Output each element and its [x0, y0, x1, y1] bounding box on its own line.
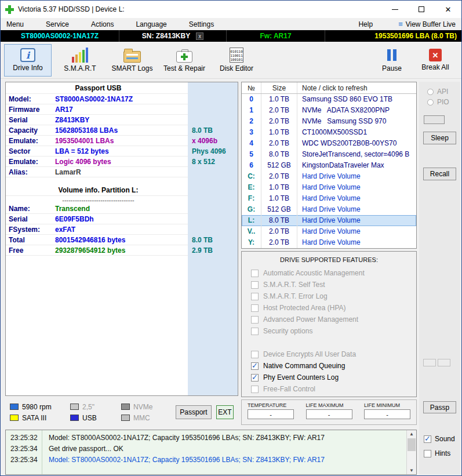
- tab-test-repair[interactable]: Test & Repair: [161, 44, 208, 77]
- header-note[interactable]: Note / click to refresh: [297, 82, 416, 93]
- checkbox-icon[interactable]: ✓: [251, 386, 259, 393]
- drive-row[interactable]: C: 2.0 TB Hard Drive Volume: [242, 171, 416, 182]
- volume-row: FSystem: exFAT: [6, 224, 238, 235]
- feature-checkbox-row[interactable]: ✓ Free-Fall Control: [251, 383, 416, 395]
- checkbox-icon[interactable]: ✓: [251, 362, 259, 370]
- drive-row[interactable]: E: 1.0 TB Hard Drive Volume: [242, 182, 416, 193]
- passport-button[interactable]: Passport: [176, 405, 212, 419]
- drive-row[interactable]: F: 1.0 TB Hard Drive Volume: [242, 193, 416, 204]
- drive-size: 2.0 TB: [261, 226, 297, 237]
- checkbox-icon[interactable]: ✓: [251, 304, 259, 312]
- checkbox-icon[interactable]: ✓: [251, 351, 259, 358]
- device-firmware[interactable]: Fw: AR17: [227, 30, 325, 42]
- volume-field-extra: [188, 224, 238, 235]
- checkbox-icon[interactable]: ✓: [251, 293, 259, 300]
- feature-checkbox-row[interactable]: ✓ Advanced Power Management: [251, 314, 416, 325]
- scroll-down-icon[interactable]: ▼: [409, 468, 414, 473]
- radio-pio[interactable]: PIO: [427, 98, 449, 106]
- drive-row[interactable]: 5 8.0 TB StoreJetTranscend, sector=4096 …: [242, 149, 416, 160]
- passport-title: Passport USB: [75, 84, 121, 92]
- checkbox-icon[interactable]: ✓: [251, 316, 259, 324]
- binary-line: 110011: [230, 53, 243, 57]
- tiny-button-left[interactable]: [423, 359, 436, 366]
- feature-checkbox-row[interactable]: ✓ Native Command Queuing: [251, 360, 416, 372]
- menu-item-help[interactable]: Help: [358, 20, 373, 28]
- drive-row[interactable]: 4 2.0 TB WDC WDS200T2B0B-00YS70: [242, 138, 416, 149]
- tab-smart[interactable]: S.M.A.R.T: [56, 44, 104, 77]
- drive-table: № Size Note / click to refresh 0 1.0 TB …: [241, 82, 417, 249]
- feature-checkbox-row[interactable]: ✓ S.M.A.R.T. Error Log: [251, 290, 416, 302]
- drive-row[interactable]: V.. 2.0 TB Hard Drive Volume: [242, 226, 416, 237]
- drive-row[interactable]: L: 8.0 TB Hard Drive Volume: [242, 215, 416, 226]
- tab-smart-logs[interactable]: SMART Logs: [108, 44, 156, 77]
- feature-checkbox-row[interactable]: ✓ S.M.A.R.T. Self Test: [251, 279, 416, 290]
- drive-row[interactable]: G: 512 GB Hard Drive Volume: [242, 204, 416, 215]
- drive-size: 2.0 TB: [261, 116, 297, 127]
- scroll-up-icon[interactable]: ▲: [409, 431, 414, 437]
- checkbox-icon[interactable]: ✓: [424, 435, 431, 443]
- passport-panel: Passport USB Model: ST8000AS0002-1NA17Z: [5, 82, 238, 396]
- scrollbar-thumb[interactable]: [408, 438, 416, 451]
- smart-bars-icon: [72, 48, 88, 63]
- tiny-button-right[interactable]: [438, 359, 450, 366]
- sound-checkbox[interactable]: ✓ Sound: [424, 435, 455, 443]
- menu-item[interactable]: Menu: [6, 20, 24, 28]
- checkbox-icon[interactable]: ✓: [424, 450, 431, 457]
- feature-checkbox-row[interactable]: ✓ Phy Event Counters Log: [251, 372, 416, 383]
- device-close-icon[interactable]: x: [196, 32, 203, 40]
- checkbox-icon[interactable]: ✓: [251, 281, 259, 289]
- maximize-button[interactable]: [408, 1, 435, 18]
- feature-checkbox-row[interactable]: ✓ Automatic Acoustic Management: [251, 267, 416, 279]
- sleep-button[interactable]: Sleep: [423, 132, 456, 144]
- break-all-button[interactable]: ✕ Break All: [415, 44, 456, 77]
- check-mark-icon: ✓: [252, 361, 258, 370]
- volume-field-extra: [188, 204, 238, 214]
- menu-item[interactable]: Settings: [189, 20, 214, 28]
- volume-field-value: exFAT: [55, 226, 75, 234]
- checkbox-icon[interactable]: ✓: [251, 328, 259, 335]
- binary-line: 010110: [230, 49, 243, 53]
- passport-field-extra: 8.0 TB: [188, 125, 238, 136]
- checkbox-icon[interactable]: ✓: [251, 270, 259, 277]
- menu-item[interactable]: Service: [46, 20, 69, 28]
- menu-item[interactable]: Actions: [91, 20, 114, 28]
- drive-row[interactable]: 2 2.0 TB NVMe Samsung SSD 970: [242, 116, 416, 127]
- legend-label: MMC: [133, 414, 150, 422]
- tab-drive-info[interactable]: i Drive Info: [4, 44, 52, 77]
- view-buffer-label: View Buffer Live: [406, 20, 456, 28]
- radio-api[interactable]: API: [427, 88, 448, 96]
- feature-checkbox-row[interactable]: ✓ Security options: [251, 325, 416, 337]
- passport-row: Emulate: 1953504001 LBAs x 4096b: [6, 136, 238, 146]
- passp-button[interactable]: Passp: [423, 401, 456, 413]
- ext-button[interactable]: EXT: [216, 405, 234, 419]
- device-serial[interactable]: SN: Z8413KBY x: [119, 30, 227, 42]
- feature-label: Security options: [263, 327, 312, 335]
- hints-checkbox[interactable]: ✓ Hints: [424, 449, 450, 457]
- drive-row[interactable]: Y: 2.0 TB Hard Drive Volume: [242, 237, 416, 248]
- window-title: Victoria 5.37 HDD/SSD | Device L:: [18, 5, 125, 13]
- drive-row[interactable]: 0 1.0 TB Samsung SSD 860 EVO 1TB: [242, 94, 416, 105]
- volume-title: Volume info. Partition L:: [59, 186, 139, 194]
- drive-row[interactable]: 3 1.0 TB CT1000MX500SSD1: [242, 127, 416, 138]
- feature-checkbox-row[interactable]: ✓ Host Protected Area (HPA): [251, 302, 416, 314]
- tab-disk-editor[interactable]: 010110 110011 100101 Disk Editor: [213, 44, 260, 77]
- feature-checkbox-row[interactable]: ✓ Device Encrypts All User Data: [251, 348, 416, 360]
- device-model[interactable]: ST8000AS0002-1NA17Z: [1, 30, 119, 42]
- binary-page-icon: 010110 110011 100101: [230, 48, 243, 63]
- blank-mini-button[interactable]: [424, 115, 445, 124]
- view-buffer-live-button[interactable]: ≡ View Buffer Live: [398, 20, 456, 28]
- close-button[interactable]: ✕: [435, 1, 461, 18]
- log-scrollbar[interactable]: ▲ ▼: [406, 430, 416, 474]
- drive-size: 512 GB: [261, 204, 297, 215]
- recall-button[interactable]: Recall: [423, 168, 456, 180]
- pause-button[interactable]: Pause: [373, 44, 410, 77]
- passport-row: Emulate: Logic 4096 bytes 8 x 512: [6, 157, 238, 167]
- disk-editor-label: Disk Editor: [220, 64, 253, 72]
- checkbox-icon[interactable]: ✓: [251, 374, 259, 381]
- menu-item[interactable]: Language: [136, 20, 166, 28]
- feature-label: Advanced Power Management: [263, 315, 358, 324]
- minimize-button[interactable]: [381, 1, 408, 18]
- passport-field-value: Z8413KBY: [55, 116, 89, 124]
- drive-row[interactable]: 6 512 GB KingstonDataTraveler Max: [242, 160, 416, 171]
- drive-row[interactable]: 1 2.0 TB NVMe ADATA SX8200PNP: [242, 105, 416, 116]
